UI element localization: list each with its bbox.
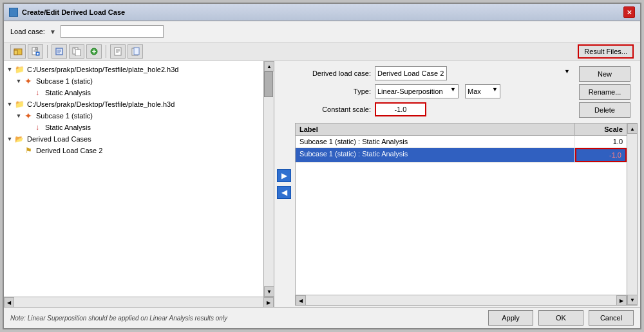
- expand-arrow1[interactable]: ▼: [6, 66, 13, 73]
- tree-node-subcase1[interactable]: ▼ ✦ Subcase 1 (static): [13, 75, 263, 87]
- table-scroll-right[interactable]: ▶: [616, 295, 627, 305]
- svg-rect-19: [115, 48, 121, 55]
- type-label: Type:: [300, 88, 371, 95]
- table-scrollbar-h[interactable]: ◀ ▶: [296, 295, 627, 305]
- expand-arrow5[interactable]: ▼: [6, 136, 13, 142]
- ok-button[interactable]: OK: [538, 310, 583, 326]
- max-select[interactable]: Max: [465, 84, 500, 98]
- toolbar-btn4[interactable]: [69, 44, 84, 59]
- title-bar: Create/Edit Derived Load Case ✕: [4, 4, 640, 21]
- table-scroll-down[interactable]: ▼: [627, 295, 638, 305]
- table-cell-scale-2: -1.0: [575, 148, 627, 162]
- rename-button[interactable]: Rename...: [579, 84, 630, 100]
- svg-rect-1: [14, 50, 17, 55]
- constant-scale-label: Constant scale:: [300, 106, 371, 113]
- toolbar: Result Files...: [4, 42, 640, 61]
- tree-node-derivedcase2[interactable]: ▶ ⚑ Derived Load Case 2: [13, 145, 263, 156]
- table-row-selected[interactable]: Subcase 1 (static) : Static Analysis -1.…: [296, 148, 627, 163]
- tree-label-derivedcase2: Derived Load Case 2: [36, 147, 102, 154]
- action-buttons: New Rename... Delete: [579, 61, 640, 122]
- tree-scrollbar-h[interactable]: ◀ ▶: [4, 297, 274, 307]
- col-label-header: Label: [296, 124, 575, 135]
- bottom-bar: Note: Linear Superposition should be app…: [4, 307, 640, 328]
- toolbar-open-btn[interactable]: [10, 44, 26, 59]
- load-case-row: Load case: ▼: [4, 21, 640, 42]
- result-files-button[interactable]: Result Files...: [578, 44, 634, 59]
- derived-case-label: Derived load case:: [300, 69, 371, 77]
- close-button[interactable]: ✕: [623, 6, 635, 18]
- transfer-left-btn[interactable]: ◀: [277, 186, 291, 199]
- table-scrollbar-v[interactable]: ▲ ▼: [627, 124, 637, 305]
- subcase-icon1: ✦: [23, 76, 33, 86]
- tree-label-folder1: C:/Users/prakp/Desktop/Testfile/plate_ho…: [27, 66, 178, 73]
- col-scale-header: Scale: [575, 124, 627, 135]
- type-select[interactable]: Linear-Superposition: [375, 84, 459, 98]
- tree-node-subcase2[interactable]: ▼ ✦ Subcase 1 (static): [13, 110, 263, 122]
- svg-rect-3: [35, 48, 37, 50]
- expand-arrow4[interactable]: ▼: [15, 113, 22, 119]
- dialog-title: Create/Edit Derived Load Case: [22, 8, 125, 16]
- table-header: Label Scale: [296, 124, 627, 136]
- tree-scroll-right[interactable]: ▶: [263, 297, 274, 307]
- new-button[interactable]: New: [579, 66, 630, 82]
- expand-arrow2[interactable]: ▼: [15, 78, 22, 84]
- table-cell-label-1: Subcase 1 (static) : Static Analysis: [296, 136, 575, 147]
- load-case-input[interactable]: [61, 25, 164, 38]
- tree-node-folder1[interactable]: ▼ 📁 C:/Users/prakp/Desktop/Testfile/plat…: [4, 64, 263, 75]
- tree-label-subcase2: Subcase 1 (static): [36, 112, 93, 120]
- toolbar-btn7[interactable]: [128, 44, 143, 59]
- tree-label-derived: Derived Load Cases: [27, 135, 91, 143]
- svg-rect-15: [74, 48, 75, 49]
- folder-icon2: 📁: [14, 99, 24, 109]
- svg-rect-14: [75, 50, 80, 56]
- tree-scroll-left[interactable]: ◀: [4, 297, 14, 307]
- table-cell-label-2: Subcase 1 (static) : Static Analysis: [296, 148, 575, 162]
- tree-label-subcase1: Subcase 1 (static): [36, 77, 93, 85]
- derived-case-row: Derived load case: Derived Load Case 2: [300, 66, 573, 80]
- tree-scrollbar-v[interactable]: ▲ ▼: [263, 61, 274, 297]
- table-cell-scale-1: 1.0: [575, 136, 627, 147]
- tree-scroll-up[interactable]: ▲: [264, 61, 274, 71]
- filter-icon[interactable]: ▼: [48, 27, 58, 36]
- type-row: Type: Linear-Superposition Max: [300, 84, 573, 98]
- delete-button[interactable]: Delete: [579, 102, 630, 118]
- derived-cases-icon: 📂: [14, 134, 24, 144]
- tree-node-analysis2[interactable]: ▶ ↓ Static Analysis: [22, 122, 263, 133]
- analysis-icon2: ↓: [32, 122, 43, 133]
- dialog-icon: [9, 8, 18, 17]
- toolbar-btn6[interactable]: [110, 44, 126, 59]
- load-case-label: Load case:: [10, 28, 45, 35]
- transfer-right-btn[interactable]: ▶: [277, 169, 291, 182]
- analysis-icon1: ↓: [32, 88, 43, 98]
- transfer-arrows: ▶ ◀: [274, 61, 294, 307]
- note-text: Note: Linear Superposition should be app…: [10, 315, 483, 322]
- folder-icon1: 📁: [14, 64, 24, 75]
- table-row[interactable]: Subcase 1 (static) : Static Analysis 1.0: [296, 136, 627, 148]
- tree-label-analysis1: Static Analysis: [45, 89, 91, 97]
- tree-scroll-down[interactable]: ▼: [264, 286, 274, 297]
- toolbar-new-btn[interactable]: [28, 44, 43, 59]
- constant-scale-input[interactable]: [375, 102, 426, 116]
- table-body: Subcase 1 (static) : Static Analysis 1.0…: [296, 136, 627, 295]
- toolbar-btn5[interactable]: [86, 44, 102, 59]
- tree-node-analysis1[interactable]: ▶ ↓ Static Analysis: [22, 87, 263, 98]
- derivedcase-icon: ⚑: [23, 145, 33, 156]
- right-form-area: Derived load case: Derived Load Case 2 T…: [294, 61, 640, 122]
- svg-rect-24: [134, 48, 139, 55]
- tree-label-analysis2: Static Analysis: [45, 124, 91, 131]
- toolbar-btn3[interactable]: [52, 44, 67, 59]
- apply-button[interactable]: Apply: [488, 310, 533, 326]
- tree-label-folder2: C:/Users/prakp/Desktop/Testfile/plate_ho…: [27, 100, 175, 108]
- constant-scale-row: Constant scale:: [300, 102, 573, 116]
- tree-node-folder2[interactable]: ▼ 📁 C:/Users/prakp/Desktop/Testfile/plat…: [4, 98, 263, 110]
- tree-node-derived[interactable]: ▼ 📂 Derived Load Cases: [4, 133, 263, 145]
- derived-case-select[interactable]: Derived Load Case 2: [375, 66, 447, 80]
- subcase-icon2: ✦: [23, 111, 33, 121]
- table-scroll-left[interactable]: ◀: [296, 295, 306, 305]
- cancel-button[interactable]: Cancel: [589, 310, 634, 326]
- expand-arrow3[interactable]: ▼: [6, 101, 13, 107]
- table-scroll-up[interactable]: ▲: [627, 124, 638, 134]
